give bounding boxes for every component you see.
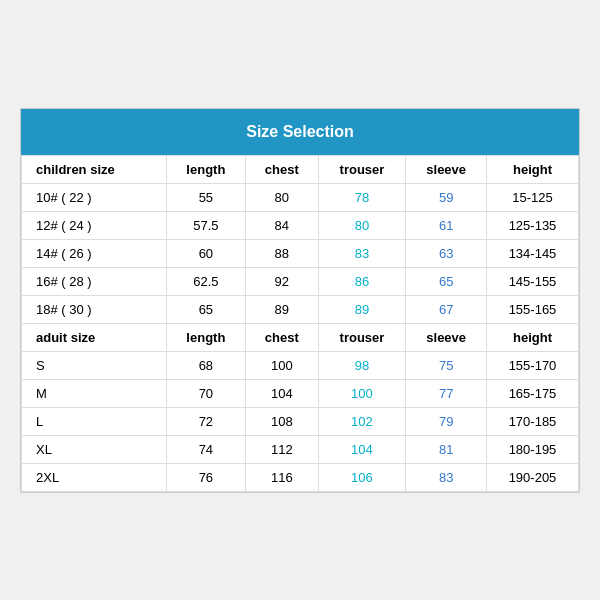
adult-cell-4-2: 116 [246, 463, 318, 491]
cell-0-1: 55 [166, 183, 246, 211]
adult-cell-2-5: 170-185 [487, 407, 579, 435]
adult-cell-2-2: 108 [246, 407, 318, 435]
adult-col-header-4: sleeve [406, 323, 487, 351]
adult-cell-4-5: 190-205 [487, 463, 579, 491]
adult-cell-1-1: 70 [166, 379, 246, 407]
adult-cell-4-4: 83 [406, 463, 487, 491]
adult-cell-3-2: 112 [246, 435, 318, 463]
adult-cell-3-0: XL [22, 435, 167, 463]
cell-0-5: 15-125 [487, 183, 579, 211]
adult-cell-3-5: 180-195 [487, 435, 579, 463]
cell-0-3: 78 [318, 183, 406, 211]
adult-row-1: M7010410077165-175 [22, 379, 579, 407]
children-col-header-5: height [487, 155, 579, 183]
adult-col-header-5: height [487, 323, 579, 351]
adult-cell-0-5: 155-170 [487, 351, 579, 379]
children-col-header-1: length [166, 155, 246, 183]
cell-3-1: 62.5 [166, 267, 246, 295]
adult-cell-0-4: 75 [406, 351, 487, 379]
cell-0-0: 10# ( 22 ) [22, 183, 167, 211]
adult-cell-0-3: 98 [318, 351, 406, 379]
cell-4-1: 65 [166, 295, 246, 323]
cell-2-3: 83 [318, 239, 406, 267]
children-col-header-3: trouser [318, 155, 406, 183]
adult-cell-0-0: S [22, 351, 167, 379]
adult-col-header-3: trouser [318, 323, 406, 351]
children-col-header-2: chest [246, 155, 318, 183]
adult-cell-2-0: L [22, 407, 167, 435]
adult-cell-1-0: M [22, 379, 167, 407]
adult-row-2: L7210810279170-185 [22, 407, 579, 435]
cell-3-4: 65 [406, 267, 487, 295]
adult-cell-1-3: 100 [318, 379, 406, 407]
adult-cell-1-5: 165-175 [487, 379, 579, 407]
adult-cell-3-1: 74 [166, 435, 246, 463]
adult-row-3: XL7411210481180-195 [22, 435, 579, 463]
adult-row-0: S681009875155-170 [22, 351, 579, 379]
children-col-header-4: sleeve [406, 155, 487, 183]
adult-cell-4-0: 2XL [22, 463, 167, 491]
adult-cell-1-4: 77 [406, 379, 487, 407]
cell-4-5: 155-165 [487, 295, 579, 323]
cell-1-1: 57.5 [166, 211, 246, 239]
cell-1-3: 80 [318, 211, 406, 239]
cell-2-5: 134-145 [487, 239, 579, 267]
size-table: children sizelengthchesttrousersleevehei… [21, 155, 579, 492]
cell-4-2: 89 [246, 295, 318, 323]
cell-2-4: 63 [406, 239, 487, 267]
children-row-1: 12# ( 24 )57.5848061125-135 [22, 211, 579, 239]
adult-cell-2-3: 102 [318, 407, 406, 435]
adult-cell-3-4: 81 [406, 435, 487, 463]
cell-0-2: 80 [246, 183, 318, 211]
cell-2-1: 60 [166, 239, 246, 267]
cell-4-3: 89 [318, 295, 406, 323]
cell-1-4: 61 [406, 211, 487, 239]
cell-3-3: 86 [318, 267, 406, 295]
adult-col-header-0: aduit size [22, 323, 167, 351]
adult-cell-0-1: 68 [166, 351, 246, 379]
children-row-3: 16# ( 28 )62.5928665145-155 [22, 267, 579, 295]
children-row-0: 10# ( 22 )5580785915-125 [22, 183, 579, 211]
adult-cell-4-1: 76 [166, 463, 246, 491]
adult-col-header-1: length [166, 323, 246, 351]
cell-4-0: 18# ( 30 ) [22, 295, 167, 323]
cell-3-0: 16# ( 28 ) [22, 267, 167, 295]
cell-2-2: 88 [246, 239, 318, 267]
children-row-2: 14# ( 26 )60888363134-145 [22, 239, 579, 267]
cell-1-2: 84 [246, 211, 318, 239]
adult-cell-2-1: 72 [166, 407, 246, 435]
cell-4-4: 67 [406, 295, 487, 323]
cell-2-0: 14# ( 26 ) [22, 239, 167, 267]
adult-cell-3-3: 104 [318, 435, 406, 463]
adult-cell-4-3: 106 [318, 463, 406, 491]
children-col-header-0: children size [22, 155, 167, 183]
adult-cell-1-2: 104 [246, 379, 318, 407]
cell-1-5: 125-135 [487, 211, 579, 239]
cell-3-5: 145-155 [487, 267, 579, 295]
adult-col-header-2: chest [246, 323, 318, 351]
cell-3-2: 92 [246, 267, 318, 295]
adult-cell-2-4: 79 [406, 407, 487, 435]
chart-title: Size Selection [21, 109, 579, 155]
size-chart: Size Selection children sizelengthchestt… [20, 108, 580, 493]
adult-cell-0-2: 100 [246, 351, 318, 379]
adult-row-4: 2XL7611610683190-205 [22, 463, 579, 491]
children-row-4: 18# ( 30 )65898967155-165 [22, 295, 579, 323]
cell-1-0: 12# ( 24 ) [22, 211, 167, 239]
cell-0-4: 59 [406, 183, 487, 211]
